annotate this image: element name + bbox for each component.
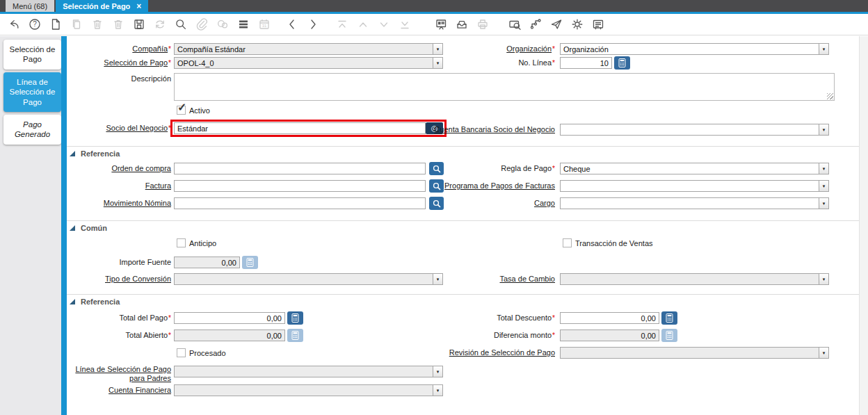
field-label-linea_padres[interactable]: Línea de Selección de Pago para Padres — [68, 365, 171, 383]
close-tab-icon[interactable]: × — [136, 1, 141, 11]
workflow-icon[interactable] — [528, 17, 542, 32]
copy-record-icon — [69, 17, 83, 32]
movimiento_nomina-field[interactable] — [174, 197, 426, 209]
anticipo-checkbox[interactable] — [177, 238, 186, 247]
field-label-cuenta_financiera[interactable]: Cuenta Financiera — [68, 386, 171, 395]
field-label-text: Total del Pago — [119, 314, 168, 322]
report-icon[interactable] — [590, 17, 605, 32]
section-header-comun[interactable]: Común — [70, 224, 107, 232]
field-label-tipo_conversion[interactable]: Tipo de Conversión — [68, 275, 171, 284]
record-tabs-sidebar: Selección de PagoLínea de Selección de P… — [0, 36, 61, 415]
dropdown-arrow-icon[interactable]: ▾ — [819, 198, 828, 209]
organizacion-field[interactable]: Organización▾ — [560, 43, 829, 55]
cargo-field[interactable]: ▾ — [560, 197, 829, 209]
transaccion_ventas-checkbox[interactable] — [563, 238, 572, 247]
section-collapse-icon[interactable] — [70, 151, 75, 156]
calculator-button-diferencia_monto — [661, 329, 677, 342]
field-label-text: Movimiento Nómina — [104, 199, 171, 207]
section-header-referencia_1[interactable]: Referencia — [70, 149, 120, 158]
next-record-icon[interactable] — [305, 17, 320, 32]
section-collapse-icon[interactable] — [70, 225, 75, 231]
section-divider-line — [67, 146, 859, 147]
application-window: Menú (68) Selección de Pago × ?31 Selecc… — [0, 0, 868, 415]
importe_fuente-field: 0,00 — [174, 257, 240, 268]
delete-selection-icon — [111, 17, 125, 32]
calculator-button-total_abierto — [287, 329, 303, 342]
descripcion-textarea[interactable] — [174, 73, 835, 101]
preferences-icon[interactable] — [570, 17, 584, 32]
vertical-scrollbar[interactable] — [859, 36, 868, 415]
field-label-socio_negocio[interactable]: Socio del Negocio* — [68, 124, 171, 133]
report-find-icon[interactable] — [507, 17, 522, 32]
field-label-total_abierto: Total Abierto* — [68, 331, 171, 340]
archive-icon[interactable] — [454, 17, 469, 32]
field-label-diferencia_monto: Diferencia monto* — [392, 331, 555, 340]
factura-field[interactable] — [174, 180, 426, 192]
revision_seleccion-field: ▾ — [560, 347, 829, 359]
procesado-checkbox-label: Procesado — [189, 349, 226, 357]
diferencia_monto-value: 0,00 — [561, 332, 659, 340]
field-label-tasa_cambio[interactable]: Tasa de Cambio — [392, 275, 555, 284]
section-collapse-icon[interactable] — [70, 299, 75, 304]
field-label-compania[interactable]: Compañía* — [68, 44, 171, 54]
find-icon[interactable] — [173, 17, 188, 32]
section-header-referencia_2[interactable]: Referencia — [70, 298, 120, 306]
total_descuento-field[interactable]: 0,00 — [560, 312, 659, 324]
dropdown-arrow-icon[interactable]: ▾ — [819, 181, 828, 191]
field-label-movimiento_nomina[interactable]: Movimiento Nómina — [68, 199, 171, 208]
new-record-icon[interactable] — [48, 17, 63, 32]
importe_fuente-value: 0,00 — [175, 259, 239, 267]
dropdown-arrow-icon: ▾ — [433, 366, 442, 377]
dropdown-arrow-icon: ▾ — [433, 385, 442, 396]
dropdown-arrow-icon[interactable]: ▾ — [819, 44, 828, 54]
field-label-cuenta_bancaria[interactable]: Cuenta Bancaria Socio del Negocio — [392, 125, 555, 134]
field-label-regla_pago: Regla de Pago* — [392, 164, 555, 173]
field-label-cargo[interactable]: Cargo — [392, 199, 555, 208]
field-label-factura[interactable]: Factura — [68, 181, 171, 190]
field-label-text: Regla de Pago — [501, 164, 552, 172]
refresh-icon — [152, 17, 167, 32]
grid-toggle-icon[interactable] — [236, 17, 250, 32]
tab-seleccion-de-pago-label: Selección de Pago — [63, 2, 130, 10]
activo-checkbox[interactable]: ✓ — [177, 106, 186, 115]
calculator-button-importe_fuente — [242, 256, 258, 269]
no_linea-field[interactable]: 10 — [560, 57, 612, 69]
tab-menu[interactable]: Menú (68) — [6, 0, 54, 12]
field-label-revision_seleccion[interactable]: Revisión de Selección de Pago — [392, 348, 555, 357]
save-icon[interactable] — [131, 17, 146, 32]
regla_pago-value: Cheque — [561, 165, 819, 173]
field-label-text: Cuenta Financiera — [108, 386, 171, 394]
field-label-programa_pagos[interactable]: Programa de Pagos de Facturas — [392, 181, 555, 190]
field-label-seleccion_pago[interactable]: Selección de Pago* — [68, 58, 171, 67]
detail-record-icon — [376, 17, 391, 32]
total_pago-field[interactable]: 0,00 — [174, 312, 285, 324]
field-label-importe_fuente: Importe Fuente — [68, 258, 171, 267]
sidebar-tab-pago-generado[interactable]: Pago Generado — [3, 115, 61, 145]
procesado-checkbox[interactable] — [177, 348, 186, 357]
tab-seleccion-de-pago[interactable]: Selección de Pago × — [56, 0, 148, 12]
form-window-icon[interactable] — [433, 17, 448, 32]
calendar-icon: 31 — [257, 17, 271, 32]
dropdown-arrow-icon[interactable]: ▾ — [819, 124, 828, 135]
organizacion-value: Organización — [561, 45, 819, 54]
calculator-button-no_linea[interactable] — [614, 56, 630, 70]
undo-icon[interactable] — [6, 17, 21, 32]
help-icon[interactable]: ? — [27, 17, 42, 32]
calculator-button-total_pago[interactable] — [287, 311, 303, 325]
calculator-button-total_descuento[interactable] — [661, 311, 677, 325]
field-label-organizacion[interactable]: Organización* — [392, 44, 555, 54]
mandatory-indicator: * — [168, 124, 171, 132]
field-label-orden_compra[interactable]: Orden de compra — [68, 164, 171, 173]
previous-record-icon[interactable] — [284, 17, 299, 32]
sidebar-tab-selecci-n-de-pago[interactable]: Selección de Pago — [3, 40, 61, 70]
cuenta_bancaria-field[interactable]: ▾ — [560, 124, 829, 136]
regla_pago-field[interactable]: Cheque▾ — [560, 163, 829, 174]
socio_negocio-field[interactable]: Estándar — [174, 122, 426, 134]
programa_pagos-field[interactable]: ▾ — [560, 180, 829, 192]
send-request-icon[interactable] — [549, 17, 563, 32]
orden_compra-field[interactable] — [174, 163, 426, 174]
dropdown-arrow-icon[interactable]: ▾ — [819, 163, 828, 174]
field-label-total_descuento: Total Descuento* — [392, 314, 555, 323]
field-label-text: Compañía — [132, 44, 168, 53]
sidebar-tab-l-nea-de-selecci-n-de-pago[interactable]: Línea de Selección de Pago — [3, 72, 61, 112]
